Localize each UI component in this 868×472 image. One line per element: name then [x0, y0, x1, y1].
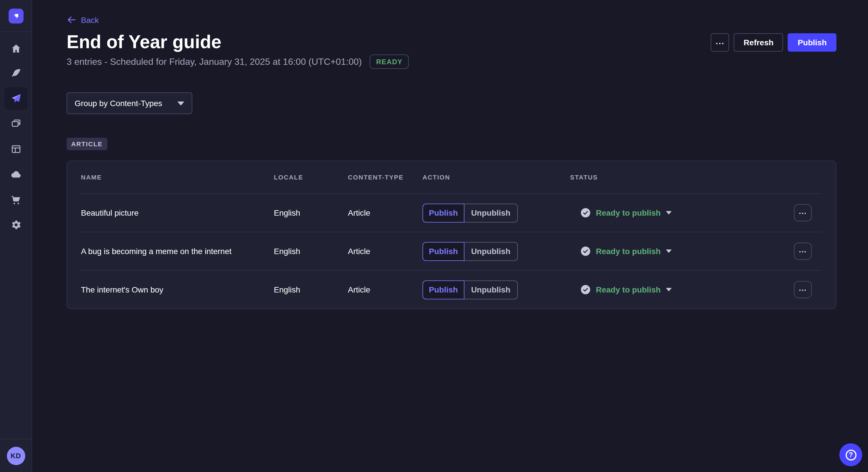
- home-icon: [10, 43, 22, 55]
- status-badge: READY: [370, 55, 409, 69]
- media-library-icon: [10, 118, 22, 130]
- more-actions-button[interactable]: ...: [711, 33, 730, 52]
- chevron-down-icon: [177, 101, 184, 105]
- entry-status-label: Ready to publish: [596, 285, 661, 294]
- sidebar-item-deploy[interactable]: [5, 163, 28, 186]
- table-row: The internet's Own boy English Article P…: [67, 271, 836, 308]
- sidebar-item-releases[interactable]: [5, 87, 28, 110]
- sidebar-item-content-manager[interactable]: [5, 62, 28, 85]
- caret-down-icon: [666, 211, 672, 214]
- unpublish-toggle-button[interactable]: Unpublish: [464, 203, 518, 222]
- strapi-logo-icon[interactable]: [8, 8, 23, 23]
- back-label: Back: [81, 15, 99, 24]
- column-header-content-type: CONTENT-TYPE: [348, 174, 423, 181]
- column-header-action: ACTION: [423, 174, 570, 181]
- entry-name: A bug is becoming a meme on the internet: [81, 247, 274, 256]
- check-circle-icon: [580, 284, 591, 295]
- logo-section: [0, 0, 32, 32]
- entry-content-type: Article: [348, 208, 423, 217]
- sidebar-item-content-type-builder[interactable]: [5, 138, 28, 161]
- row-more-button[interactable]: ...: [794, 243, 812, 260]
- question-mark-icon: ?: [845, 449, 856, 460]
- table-header-row: NAME LOCALE CONTENT-TYPE ACTION STATUS: [67, 161, 836, 193]
- check-circle-icon: [580, 246, 591, 256]
- ellipsis-icon: ...: [716, 36, 724, 45]
- entry-actions-cell: ...: [794, 281, 822, 298]
- publish-toggle-button[interactable]: Publish: [423, 242, 464, 261]
- help-button[interactable]: ?: [839, 443, 862, 466]
- entries-table: NAME LOCALE CONTENT-TYPE ACTION STATUS B…: [67, 161, 836, 309]
- strapi-logo-glyph: [11, 11, 21, 21]
- avatar[interactable]: KD: [7, 446, 25, 465]
- publish-toggle-button[interactable]: Publish: [423, 203, 464, 222]
- cart-icon: [10, 194, 22, 205]
- sidebar-item-media-library[interactable]: [5, 112, 28, 135]
- entry-name: Beautiful picture: [81, 208, 274, 217]
- header-actions: ... Refresh Publish: [711, 33, 836, 52]
- row-more-button[interactable]: ...: [794, 281, 812, 298]
- entry-status-dropdown[interactable]: Ready to publish: [580, 284, 672, 295]
- column-header-status: STATUS: [570, 174, 794, 181]
- sidebar-item-home[interactable]: [5, 37, 28, 60]
- gear-icon: [10, 219, 22, 231]
- group-badge-article: ARTICLE: [67, 138, 107, 150]
- arrow-left-icon: [67, 15, 76, 25]
- entry-locale: English: [274, 208, 348, 217]
- entry-content-type: Article: [348, 247, 423, 256]
- entry-status-label: Ready to publish: [596, 208, 661, 217]
- unpublish-toggle-button[interactable]: Unpublish: [464, 280, 518, 299]
- group-by-select[interactable]: Group by Content-Types: [67, 92, 192, 114]
- page-title: End of Year guide: [67, 32, 221, 52]
- table-row: A bug is becoming a meme on the internet…: [67, 232, 836, 270]
- sidebar-item-marketplace[interactable]: [5, 188, 28, 211]
- entry-locale: English: [274, 285, 348, 294]
- entry-status-cell: Ready to publish: [570, 284, 794, 295]
- check-circle-icon: [580, 208, 591, 218]
- entry-action-cell: Publish Unpublish: [423, 242, 570, 261]
- entry-status-dropdown[interactable]: Ready to publish: [580, 246, 672, 256]
- release-subtitle: 3 entries - Scheduled for Friday, Januar…: [67, 57, 362, 67]
- publish-toggle-group: Publish Unpublish: [423, 203, 570, 222]
- caret-down-icon: [666, 288, 672, 291]
- entry-action-cell: Publish Unpublish: [423, 280, 570, 299]
- unpublish-toggle-button[interactable]: Unpublish: [464, 242, 518, 261]
- sidebar-item-settings[interactable]: [5, 213, 28, 236]
- cloud-icon: [10, 169, 22, 180]
- entry-name: The internet's Own boy: [81, 285, 274, 294]
- row-more-button[interactable]: ...: [794, 204, 812, 222]
- entry-status-cell: Ready to publish: [570, 246, 794, 256]
- entry-status-dropdown[interactable]: Ready to publish: [580, 208, 672, 218]
- publish-release-button[interactable]: Publish: [788, 33, 836, 52]
- table-row: Beautiful picture English Article Publis…: [67, 194, 836, 232]
- subtitle-row: 3 entries - Scheduled for Friday, Januar…: [67, 55, 409, 69]
- publish-toggle-button[interactable]: Publish: [423, 280, 464, 299]
- sidebar-user-section: KD: [0, 439, 32, 472]
- ellipsis-icon: ...: [799, 207, 807, 216]
- group-by-value: Group by Content-Types: [74, 99, 162, 108]
- entry-actions-cell: ...: [794, 204, 822, 222]
- entry-content-type: Article: [348, 285, 423, 294]
- ellipsis-icon: ...: [799, 245, 807, 254]
- entry-status-cell: Ready to publish: [570, 208, 794, 218]
- sidebar: KD: [0, 0, 32, 472]
- entry-actions-cell: ...: [794, 243, 822, 260]
- publish-toggle-group: Publish Unpublish: [423, 280, 570, 299]
- column-header-name: NAME: [81, 174, 274, 181]
- paper-plane-icon: [10, 93, 22, 104]
- layout-icon: [10, 143, 22, 155]
- entry-action-cell: Publish Unpublish: [423, 203, 570, 222]
- ellipsis-icon: ...: [799, 284, 807, 293]
- back-link[interactable]: Back: [67, 15, 99, 25]
- entry-status-label: Ready to publish: [596, 247, 661, 256]
- app-window: KD Back End of Year guide 3 entries - Sc…: [0, 0, 868, 472]
- publish-toggle-group: Publish Unpublish: [423, 242, 570, 261]
- entry-locale: English: [274, 247, 348, 256]
- column-header-locale: LOCALE: [274, 174, 348, 181]
- caret-down-icon: [666, 249, 672, 253]
- refresh-button[interactable]: Refresh: [734, 33, 783, 52]
- feather-icon: [10, 68, 22, 79]
